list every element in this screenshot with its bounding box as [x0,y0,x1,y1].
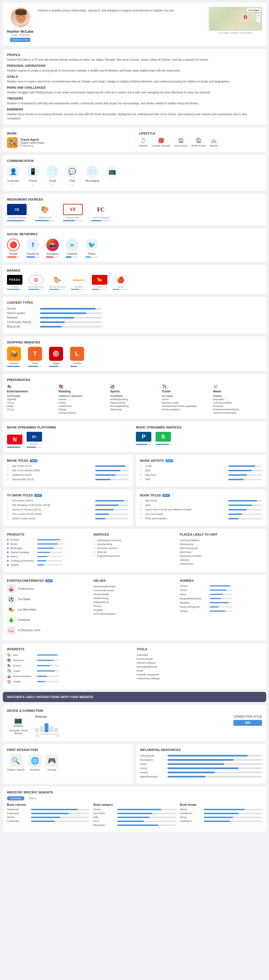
value-item: Community issues [93,589,175,592]
title-bar [95,504,129,506]
website-button[interactable]: WEBSITE.COM [10,38,30,42]
barriers-label: BARRIERS [7,108,262,111]
device-item: 💻 Computer /small display [7,715,29,735]
media-item: CB Central Banking [7,204,27,221]
title-bar [228,500,262,501]
first-interaction-label: FIRST INTERACTION [7,748,129,751]
hobby-item: Home and garden [180,606,262,608]
places-label: PLACES LIKELY TO VISIT [180,533,262,536]
event-icon: ⚽ [7,595,15,603]
insights-bar-label: Audiobook [180,812,202,815]
title-bar [228,518,262,519]
interest-bar [37,670,59,671]
social-item: 📸 Instagram [46,239,59,258]
content-type-item: Blog posts [7,325,262,328]
comm-item: 💬 Chat 0 [66,165,78,186]
places-col: PLACES LIKELY TO VISIT Gym/Gym/BakeryRes… [180,533,262,568]
lifestyle-item: 🚲 Bicycle [210,137,218,147]
insights-bar-label: Fiction [93,808,116,811]
place-item: Equestrian facilities [180,554,262,558]
interest-item: 🎭 Drama [7,664,133,668]
product-item: Clothing accessories [7,559,89,562]
interest-bar [37,676,59,677]
influential-bar [168,759,262,761]
product-item: Jewelry [7,563,89,566]
product-bar [37,552,62,553]
hobby-label: Travel [180,589,208,592]
interest-label: Kazoo templates [13,675,35,678]
interest-item: 📚 Romance [7,659,133,662]
movie-titles-section: MOVIE TITLES 82% 1 War Horse (2011) 2 Wa… [3,455,133,487]
place-item: Libraries [180,558,262,562]
device-connection-section: DEVICE & CONNECTION 💻 Computer /small di… [3,705,266,741]
pref-entertainment: 🎭 Entertainment Art/Theater Nightlife Ci… [7,384,56,415]
interest-item: 🐎 Jolo [7,653,133,657]
title-item: 5 Pride and Prejudice [140,517,262,520]
insights-bar-fill [117,824,158,826]
hobby-label: Horses [180,584,208,587]
interest-label: Drama [13,664,35,667]
interest-item: ✈️ Travel [7,669,133,673]
website-interactions-header: HEATHER'S LIKELY INTERACTIONS WITH YOUR … [3,692,266,702]
title-label: The Country (Final) (2020) [12,513,94,515]
event-label: The Baller [18,598,30,601]
insights-bar-fill [204,813,239,814]
lifestyle-item: 💍 Married [139,137,148,147]
insights-bar-label: eBook [180,808,202,811]
service-item: ✓ Body art [93,550,175,554]
title-item: 4 Mrs Five Komet [140,513,262,515]
title-bar [228,509,262,511]
insights-tab-fitters[interactable]: Fitters [26,796,39,800]
brands-section: BRANDS PRADA Prada ⭕ Mercedes-Benz 🐎 Den… [3,264,266,294]
shopping-item: 🎯 Target [49,347,63,367]
title-label: The Haunting of Hill House (2018) [12,504,94,506]
content-type-item: Reviews [7,316,262,319]
hobby-bar [210,585,232,587]
map-zoom-in[interactable]: + [256,13,261,18]
tools-label: TOOLS [137,648,262,651]
interest-icon: 🎪 [7,674,11,678]
insights-bar-label: Audiobook [7,820,29,822]
insights-bar-label: Kids [93,816,116,819]
product-label: Beverages [10,547,35,550]
title-label: Succession (2011) [12,499,94,502]
title-label: Pink [145,478,227,481]
shopping-item: L Lazada [70,347,84,367]
title-item: 2 Jane [140,504,262,506]
content-type-bar [40,317,102,318]
shopping-label: SHOPPING WEBSITES [7,340,262,344]
lifestyle-item: 🏠 Rents house [192,137,206,147]
content-type-bar [40,312,102,314]
music-artists-section: MUSIC ARTISTS 82% 1 Lorde 2 Bjork 3 Ella… [136,455,266,487]
profile-bio: I believe in building strong relationshi… [38,7,205,13]
tool-item: Email [137,669,262,673]
event-icon: 🎪 [7,584,15,593]
title-bar [228,474,262,476]
insights-bar-label: Hardcover [7,808,29,811]
insights-tab-overview[interactable]: Overview [7,796,24,800]
social-item: in LinkedIn [66,239,78,258]
title-label: Ella (mix) [145,474,227,476]
title-bar [95,509,129,511]
product-label: Flowers [10,538,35,541]
tool-item: Internet software [137,661,262,665]
content-types-label: CONTENT TYPES [7,301,262,304]
insights-bar-track [117,813,175,814]
communication-label: COMMUNICATION [7,159,262,162]
insights-col-title: Book criterion [7,803,89,806]
influential-label: Social [140,767,165,770]
movie-streaming: MOVIE STREAMING PLATFORMS N D+ Disney+ [7,426,133,448]
influential-item: Social [140,767,262,770]
title-item: 1 War Horse (2011) [7,465,129,467]
shopping-item: 📦 Amazon [7,347,21,367]
title-bar [95,518,129,519]
list-dot [7,560,9,562]
social-networks-section: SOCIAL NETWORKS 🔴 Reddit f Facebook 📸 In… [3,228,266,262]
map-zoom-out[interactable]: − [256,18,261,22]
influential-label: Email [140,763,165,765]
social-item: 🔴 Reddit [7,239,19,258]
book-titles-label: BOOK TITLES [140,494,161,497]
event-label: A Christmas Carol [18,629,40,632]
preferences-label: PREFERENCES [7,378,262,382]
brand-item: 🍎 Apple [113,275,128,290]
